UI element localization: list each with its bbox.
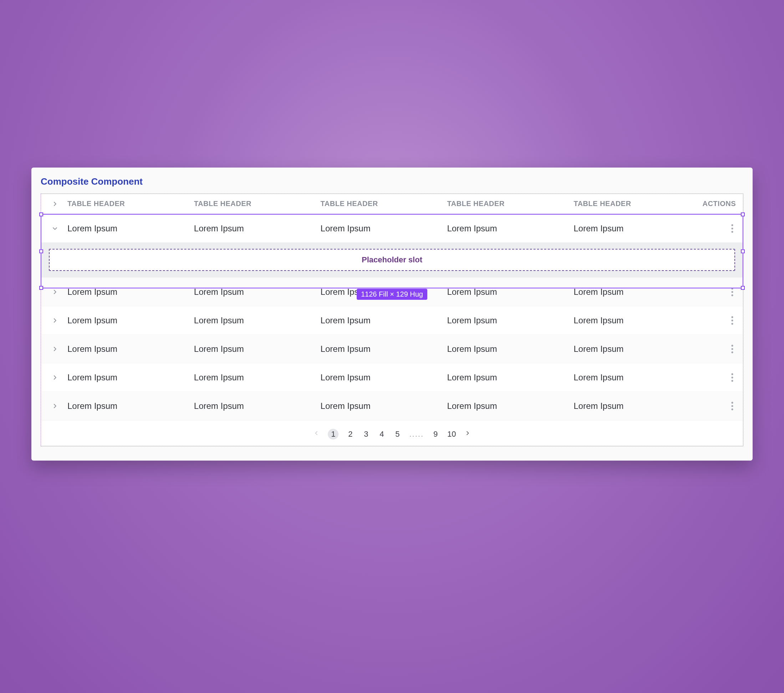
chevron-right-icon [51,402,59,410]
chevron-right-icon [464,430,471,437]
cell: Lorem Ipsum [68,315,194,325]
data-table: TABLE HEADER TABLE HEADER TABLE HEADER T… [41,194,743,446]
cell: Lorem Ipsum [447,315,573,325]
chevron-right-icon [51,317,59,324]
table-row: Lorem Ipsum Lorem Ipsum Lorem Ipsum Lore… [41,391,743,420]
cell: Lorem Ipsum [573,223,700,233]
expanded-row-area: Placeholder slot [41,242,743,278]
cell: Lorem Ipsum [321,315,447,325]
cell: Lorem Ipsum [194,344,321,354]
svg-point-11 [731,351,733,353]
svg-point-3 [731,288,733,289]
row-expand-toggle[interactable] [43,402,68,410]
column-header[interactable]: TABLE HEADER [194,200,321,208]
cell: Lorem Ipsum [194,223,321,233]
row-actions-button[interactable] [700,223,740,233]
more-vertical-icon [731,315,734,325]
svg-point-10 [731,348,733,350]
pagination: 1 2 3 4 5 ..... 9 10 [41,420,743,446]
chevron-left-icon [313,430,320,437]
cell: Lorem Ipsum [68,401,194,411]
more-vertical-icon [731,401,734,411]
table-row: Lorem Ipsum Lorem Ipsum Lorem Ipsum Lore… [41,278,743,306]
cell: Lorem Ipsum [68,223,194,233]
row-expand-toggle[interactable] [43,225,68,232]
svg-point-2 [731,231,733,232]
svg-point-4 [731,291,733,293]
table-row: Lorem Ipsum Lorem Ipsum Lorem Ipsum Lore… [41,306,743,334]
cell: Lorem Ipsum [321,373,447,383]
cell: Lorem Ipsum [447,401,573,411]
column-header[interactable]: TABLE HEADER [447,200,573,208]
svg-point-17 [731,408,733,410]
pagination-page[interactable]: 4 [378,430,385,439]
table-row: Lorem Ipsum Lorem Ipsum Lorem Ipsum Lore… [41,334,743,363]
cell: Lorem Ipsum [194,401,321,411]
pagination-page[interactable]: 9 [432,430,440,439]
svg-point-13 [731,376,733,378]
cell: Lorem Ipsum [573,373,700,383]
pagination-page[interactable]: 10 [447,430,456,439]
cell: Lorem Ipsum [321,287,447,297]
more-vertical-icon [731,223,734,233]
column-header-actions: ACTIONS [700,200,740,208]
cell: Lorem Ipsum [447,373,573,383]
cell: Lorem Ipsum [573,315,700,325]
chevron-right-icon [51,200,59,208]
cell: Lorem Ipsum [194,287,321,297]
table-row: Lorem Ipsum Lorem Ipsum Lorem Ipsum Lore… [41,363,743,391]
cell: Lorem Ipsum [68,344,194,354]
pagination-page[interactable]: 3 [362,430,370,439]
cell: Lorem Ipsum [68,373,194,383]
pagination-page[interactable]: 1 [328,429,339,440]
expand-all-toggle[interactable] [43,200,68,208]
cell: Lorem Ipsum [573,401,700,411]
more-vertical-icon [731,373,734,383]
row-expand-toggle[interactable] [43,288,68,296]
more-vertical-icon [731,287,734,297]
svg-point-6 [731,316,733,318]
row-actions-button[interactable] [700,373,740,383]
pagination-prev-button[interactable] [313,430,320,439]
svg-point-9 [731,345,733,346]
svg-point-5 [731,294,733,296]
column-header[interactable]: TABLE HEADER [68,200,194,208]
chevron-right-icon [51,288,59,296]
row-actions-button[interactable] [700,315,740,325]
cell: Lorem Ipsum [321,344,447,354]
pagination-next-button[interactable] [464,430,471,439]
cell: Lorem Ipsum [573,287,700,297]
table-row: Lorem Ipsum Lorem Ipsum Lorem Ipsum Lore… [41,214,743,242]
cell: Lorem Ipsum [321,223,447,233]
table-header-row: TABLE HEADER TABLE HEADER TABLE HEADER T… [41,194,743,214]
row-expand-toggle[interactable] [43,345,68,353]
panel-title: Composite Component [41,175,743,194]
row-actions-button[interactable] [700,287,740,297]
row-actions-button[interactable] [700,401,740,411]
svg-point-12 [731,373,733,375]
svg-point-7 [731,319,733,321]
cell: Lorem Ipsum [447,287,573,297]
row-expand-toggle[interactable] [43,374,68,381]
component-panel: Composite Component TABLE HEADER TABLE H… [31,168,753,461]
pagination-ellipsis: ..... [409,430,424,439]
chevron-down-icon [51,225,59,232]
svg-point-1 [731,227,733,229]
placeholder-slot[interactable]: Placeholder slot [49,249,735,271]
column-header[interactable]: TABLE HEADER [573,200,700,208]
svg-point-14 [731,379,733,381]
column-header[interactable]: TABLE HEADER [321,200,447,208]
pagination-page[interactable]: 5 [394,430,401,439]
chevron-right-icon [51,345,59,353]
cell: Lorem Ipsum [447,223,573,233]
cell: Lorem Ipsum [573,344,700,354]
pagination-page[interactable]: 2 [346,430,354,439]
svg-point-8 [731,323,733,324]
svg-point-15 [731,402,733,404]
chevron-right-icon [51,374,59,381]
svg-point-0 [731,224,733,226]
svg-point-16 [731,405,733,407]
row-actions-button[interactable] [700,344,740,354]
row-expand-toggle[interactable] [43,317,68,324]
cell: Lorem Ipsum [447,344,573,354]
